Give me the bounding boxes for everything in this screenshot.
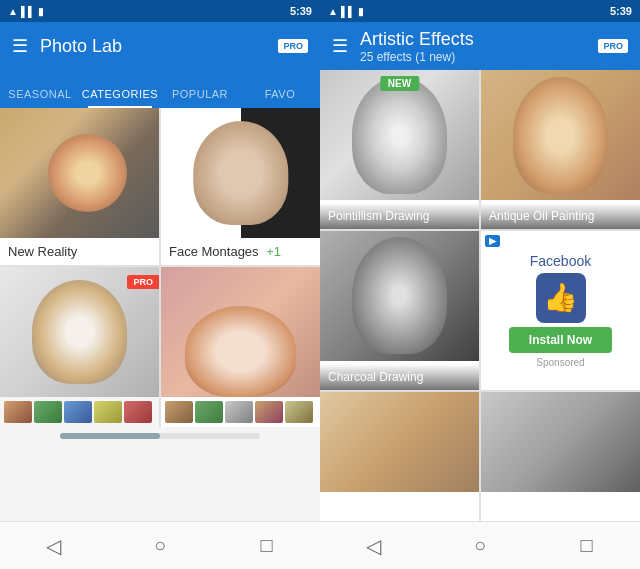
right-status-bar: ▲ ▌▌ ▮ 5:39 <box>320 0 640 22</box>
right-home-button[interactable]: ○ <box>460 526 500 566</box>
sketch2-image <box>161 267 320 397</box>
mini-thumb-r-2 <box>195 401 223 423</box>
recent-button[interactable]: □ <box>247 526 287 566</box>
ad-title: Facebook <box>530 253 591 269</box>
scroll-thumb <box>60 433 160 439</box>
mini-thumb-2 <box>34 401 62 423</box>
right-hamburger-icon[interactable]: ☰ <box>332 35 348 57</box>
right-app-subtitle: 25 effects (1 new) <box>360 50 586 64</box>
right-recent-button[interactable]: □ <box>567 526 607 566</box>
facebook-icon: 👍 <box>536 273 586 323</box>
right-wifi-icon: ▌▌ <box>341 6 355 17</box>
new-badge: NEW <box>380 76 419 91</box>
left-app-title: Photo Lab <box>40 36 266 57</box>
effect-pointillism[interactable]: NEW Pointillism Drawing <box>320 70 479 229</box>
left-app-bar: ☰ Photo Lab PRO <box>0 22 320 70</box>
grid-item-sketch2[interactable] <box>161 267 320 427</box>
mini-thumb-3 <box>64 401 92 423</box>
scroll-indicator <box>60 433 260 439</box>
wifi-icon: ▲ <box>8 6 18 17</box>
pro-ribbon: PRO <box>127 275 159 289</box>
facebook-ad: ▶ Facebook 👍 Install Now Sponsored <box>481 231 640 391</box>
right-battery-icon: ▮ <box>358 6 364 17</box>
ad-icon-badge: ▶ <box>485 235 500 247</box>
tab-seasonal[interactable]: SEASONAL <box>0 88 80 108</box>
grid-item-face-montages[interactable]: Face Montages +1 <box>161 108 320 265</box>
effect-bottom-right[interactable] <box>481 392 640 521</box>
battery-icon: ▮ <box>38 6 44 17</box>
left-phone-panel: ▲ ▌▌ ▮ 5:39 ☰ Photo Lab PRO SEASONAL CAT… <box>0 0 320 569</box>
antique-image <box>481 70 640 200</box>
mini-thumb-r-5 <box>285 401 313 423</box>
right-app-title-block: Artistic Effects 25 effects (1 new) <box>360 29 586 64</box>
face-montages-label: Face Montages +1 <box>161 238 320 265</box>
antique-label: Antique Oil Painting <box>481 203 640 229</box>
effect-charcoal[interactable]: Charcoal Drawing <box>320 231 479 391</box>
mini-thumbs-right-row <box>161 397 320 427</box>
mini-thumb-r-1 <box>165 401 193 423</box>
face-montages-badge: +1 <box>266 244 281 259</box>
right-app-title: Artistic Effects <box>360 29 586 50</box>
right-content-grid: NEW Pointillism Drawing Antique Oil Pain… <box>320 70 640 521</box>
left-bottom-nav: ◁ ○ □ <box>0 521 320 569</box>
mini-thumb-1 <box>4 401 32 423</box>
right-time: 5:39 <box>610 5 632 17</box>
bottom-right-image <box>481 392 640 492</box>
left-time: 5:39 <box>290 5 312 17</box>
right-app-bar: ☰ Artistic Effects 25 effects (1 new) PR… <box>320 22 640 70</box>
right-back-button[interactable]: ◁ <box>353 526 393 566</box>
mini-thumb-r-4 <box>255 401 283 423</box>
sponsored-label: Sponsored <box>536 357 584 368</box>
hamburger-icon[interactable]: ☰ <box>12 35 28 57</box>
left-tabs: SEASONAL CATEGORIES POPULAR FAVO <box>0 70 320 108</box>
left-status-icons: ▲ ▌▌ ▮ <box>8 6 44 17</box>
left-content: New Reality Face Montages +1 <box>0 108 320 521</box>
mini-thumb-4 <box>94 401 122 423</box>
left-status-bar: ▲ ▌▌ ▮ 5:39 <box>0 0 320 22</box>
grid-item-new-reality[interactable]: New Reality <box>0 108 159 265</box>
install-now-button[interactable]: Install Now <box>509 327 612 353</box>
effect-bottom-left[interactable] <box>320 392 479 521</box>
charcoal-label: Charcoal Drawing <box>320 364 479 390</box>
effect-antique[interactable]: Antique Oil Painting <box>481 70 640 229</box>
new-reality-label: New Reality <box>0 238 159 265</box>
new-reality-image <box>0 108 159 238</box>
left-pro-badge[interactable]: PRO <box>278 39 308 53</box>
tab-categories[interactable]: CATEGORIES <box>80 88 160 108</box>
right-bottom-nav: ◁ ○ □ <box>320 521 640 569</box>
tab-favo[interactable]: FAVO <box>240 88 320 108</box>
right-status-icons: ▲ ▌▌ ▮ <box>328 6 364 17</box>
pointillism-label: Pointillism Drawing <box>320 203 479 229</box>
right-phone-panel: ▲ ▌▌ ▮ 5:39 ☰ Artistic Effects 25 effect… <box>320 0 640 569</box>
right-pro-badge[interactable]: PRO <box>598 39 628 53</box>
face-montages-image <box>161 108 320 238</box>
tab-popular[interactable]: POPULAR <box>160 88 240 108</box>
signal-icon: ▌▌ <box>21 6 35 17</box>
grid-item-pro-sketch[interactable]: PRO <box>0 267 159 427</box>
mini-thumb-5 <box>124 401 152 423</box>
right-signal-icon: ▲ <box>328 6 338 17</box>
categories-grid: New Reality Face Montages +1 <box>0 108 320 427</box>
home-button[interactable]: ○ <box>140 526 180 566</box>
back-button[interactable]: ◁ <box>33 526 73 566</box>
mini-thumbs-row <box>0 397 159 427</box>
mini-thumb-r-3 <box>225 401 253 423</box>
bottom-left-image <box>320 392 479 492</box>
charcoal-image <box>320 231 479 361</box>
